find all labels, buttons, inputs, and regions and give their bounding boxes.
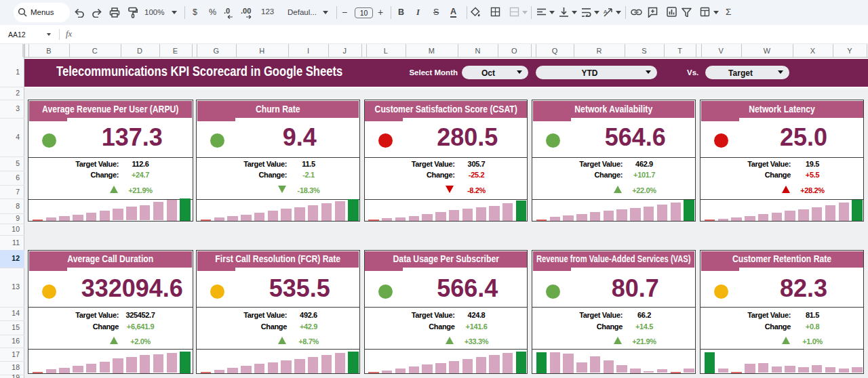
svg-text:A: A <box>604 9 608 15</box>
